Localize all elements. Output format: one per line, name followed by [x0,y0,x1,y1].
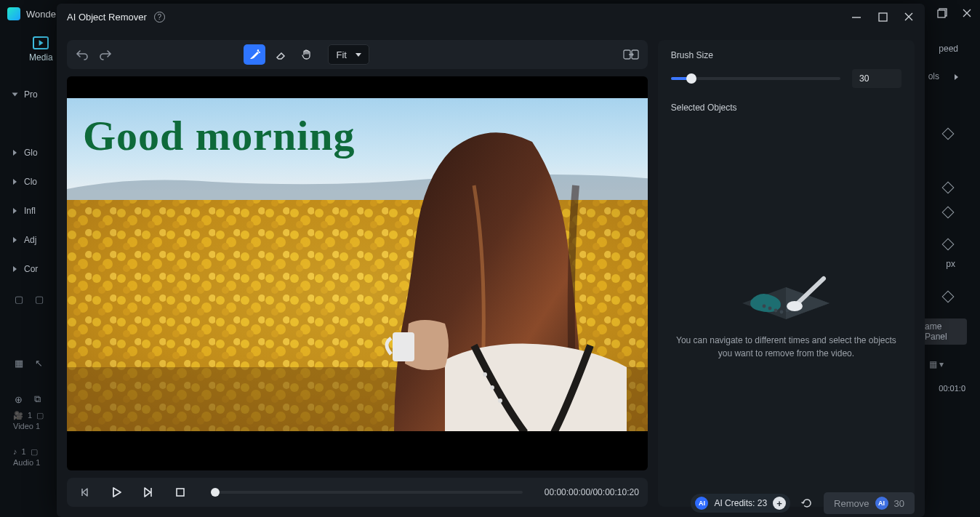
zoom-value: Fit [336,49,346,60]
chevron-right-icon [13,237,17,243]
svg-rect-3 [879,13,887,21]
prev-frame-button[interactable] [76,484,93,501]
track-video[interactable]: 🎥1▢ Video 1 [13,406,44,434]
tab-speed[interactable]: peed [939,44,958,54]
timeline-timecode: 00:01:0 [939,384,965,393]
remove-cost: 30 [894,498,904,509]
scrubber[interactable] [211,491,523,494]
chevron-right-icon[interactable] [955,74,958,80]
window-minimize-icon[interactable] [851,11,862,23]
chevron-right-icon [13,179,17,185]
sidebar-item[interactable]: Adj [13,225,57,255]
svg-point-24 [774,309,778,313]
chevron-down-icon [356,53,361,57]
svg-point-4 [257,49,259,51]
folder-plus-icon[interactable]: ▢ [15,294,23,305]
play-button[interactable] [108,484,125,501]
svg-point-25 [780,310,784,314]
selected-objects-empty: You can navigate to different times and … [671,121,901,497]
view-grid-icon[interactable]: ▦ ▾ [929,359,944,369]
compare-icon[interactable] [623,48,639,61]
svg-point-23 [768,307,772,310]
sidebar-item[interactable]: Pro [13,80,57,109]
stop-button[interactable] [172,484,189,501]
folder-icon[interactable]: ▢ [35,294,44,305]
window-close-icon[interactable] [903,11,915,23]
brush-size-label: Brush Size [671,50,901,60]
selected-objects-label: Selected Objects [671,103,901,113]
svg-point-5 [259,52,260,53]
next-frame-button[interactable] [140,484,157,501]
brush-size-slider[interactable] [671,77,840,80]
svg-point-27 [787,301,803,311]
preview-toolbar: Fit [67,40,648,69]
tab-media[interactable]: Media [29,36,53,63]
music-icon: ♪ [13,447,17,456]
keyframe-diamond-icon[interactable] [942,128,955,140]
track-audio-label: Audio 1 [13,458,44,467]
svg-rect-21 [177,489,184,496]
chevron-right-icon [13,208,17,214]
ai-badge-icon: AI [875,497,888,510]
keyframe-diamond-icon[interactable] [942,182,955,194]
keyframe-diamond-icon[interactable] [942,291,955,303]
chevron-right-icon [13,150,17,156]
folder-icon: ▢ [36,411,44,420]
window-maximize-icon[interactable] [877,11,888,23]
remove-button-label: Remove [834,498,869,509]
folder-icon: ▢ [31,447,38,457]
sidebar-item[interactable]: Clo [13,167,57,196]
preview-canvas[interactable]: Good morning [67,76,648,470]
help-icon[interactable]: ? [154,12,165,23]
svg-point-18 [490,385,494,390]
grid-icon[interactable]: ▦ [15,358,23,369]
remove-button[interactable]: Remove AI 30 [824,492,915,514]
playback-bar: 00:00:00:00/00:00:10:20 [67,478,648,507]
preview-overlay-text: Good morning [83,111,356,160]
ai-credits-label: AI Credits: 23 [714,498,767,508]
chevron-down-icon [12,93,18,97]
redo-icon[interactable] [99,49,112,60]
svg-rect-1 [938,10,945,17]
slider-thumb[interactable] [686,73,696,84]
svg-point-19 [498,398,502,403]
brush-size-value[interactable]: 30 [852,69,901,88]
scrubber-thumb[interactable] [211,488,220,497]
keyframe-panel-button[interactable]: ame Panel [919,318,967,345]
sidebar-item[interactable]: Infl [13,196,57,225]
app-logo [7,7,20,20]
eraser-tool-button[interactable] [270,44,292,65]
tab-media-label: Media [29,52,53,63]
add-icon[interactable]: ⊕ [15,394,23,405]
track-audio[interactable]: ♪1▢ Audio 1 [13,443,44,470]
ai-badge-icon: AI [695,497,708,510]
link-icon[interactable]: ⧉ [34,393,41,405]
window-close-icon[interactable] [960,6,974,20]
keyframe-diamond-icon[interactable] [942,207,955,219]
brush-tool-button[interactable] [244,44,265,65]
app-title: Wonde [26,9,56,20]
chevron-right-icon [13,266,17,272]
sidebar-item[interactable]: Glo [13,138,57,167]
media-icon [33,36,49,49]
refresh-icon[interactable] [800,497,814,510]
size-unit: px [946,259,955,269]
zoom-select[interactable]: Fit [328,44,369,65]
dialog-title: AI Object Remover [67,12,147,23]
ai-credits[interactable]: AI AI Credits: 23 + [691,494,790,513]
time-display: 00:00:00:00/00:00:10:20 [545,487,639,497]
tab-tools[interactable]: ols [928,71,939,81]
cursor-icon[interactable]: ↖ [35,358,43,369]
window-restore-icon[interactable] [935,6,949,20]
keyframe-diamond-icon[interactable] [942,239,955,251]
empty-illustration-icon [728,258,844,324]
pan-tool-button[interactable] [296,44,318,65]
sidebar-item[interactable]: Cor [13,255,57,284]
add-credits-icon[interactable]: + [773,497,786,510]
svg-point-17 [483,372,487,377]
track-video-label: Video 1 [13,422,44,430]
undo-icon[interactable] [76,49,89,60]
svg-rect-20 [393,332,414,361]
svg-point-22 [763,305,766,308]
ai-object-remover-dialog: AI Object Remover ? [57,4,925,517]
